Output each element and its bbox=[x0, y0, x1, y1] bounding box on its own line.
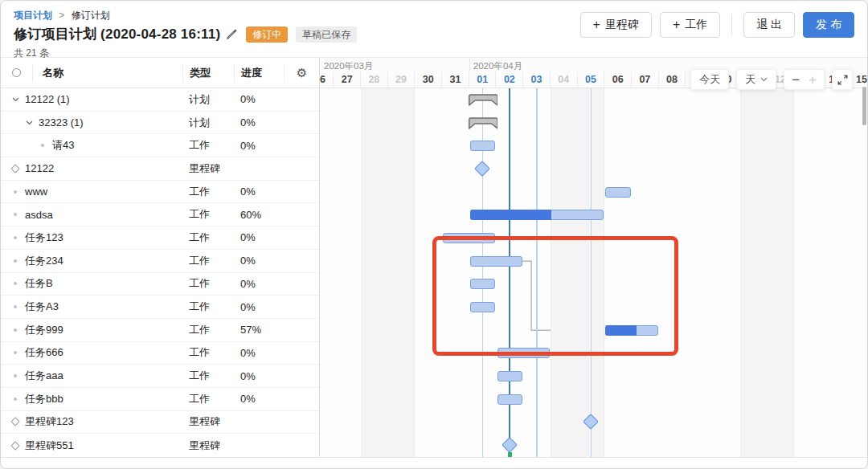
weekend-band bbox=[551, 88, 604, 457]
task-name-cell: 里程碑551 bbox=[1, 438, 182, 453]
dot-icon bbox=[10, 328, 20, 332]
table-row[interactable]: 任务999工作57% bbox=[1, 319, 319, 342]
month-label: 2020年03月 bbox=[324, 60, 373, 72]
gantt-task-bar[interactable] bbox=[470, 256, 522, 267]
day-cell: 07 bbox=[632, 71, 659, 88]
today-button[interactable]: 今天 bbox=[690, 69, 729, 90]
gantt-task-bar[interactable] bbox=[443, 233, 495, 243]
table-row[interactable]: 任务123工作0% bbox=[1, 226, 319, 250]
day-cell: 03 bbox=[523, 71, 551, 88]
task-type-cell: 工作 bbox=[182, 276, 234, 291]
task-progress-cell: 0% bbox=[234, 255, 284, 267]
task-name-label: 任务bbb bbox=[25, 392, 63, 406]
task-name-cell: 任务A3 bbox=[1, 300, 182, 314]
day-cell: 08 bbox=[659, 71, 686, 88]
task-name-label: 任务234 bbox=[25, 254, 63, 268]
table-row[interactable]: 任务B工作0% bbox=[1, 273, 319, 296]
column-header-name: 名称 bbox=[33, 64, 182, 82]
add-milestone-button[interactable]: + 里程碑 bbox=[580, 12, 652, 38]
task-table: 名称 类型 进度 ⚙ 12122 (1)计划0%32323 (1)计划0%请43… bbox=[1, 58, 320, 457]
task-name-cell: 12122 (1) bbox=[1, 93, 182, 105]
task-progress-cell: 0% bbox=[234, 116, 284, 128]
edit-title-pencil-icon[interactable] bbox=[226, 28, 238, 40]
vertical-scrollbar[interactable] bbox=[862, 87, 866, 125]
time-unit-dropdown[interactable]: 天 bbox=[736, 69, 776, 90]
column-header-progress: 进度 bbox=[234, 64, 284, 82]
gantt-milestone-diamond[interactable] bbox=[502, 437, 518, 453]
table-row[interactable]: 任务A3工作0% bbox=[1, 296, 319, 319]
caret-icon[interactable] bbox=[24, 120, 34, 125]
day-cell: 28 bbox=[361, 71, 388, 88]
task-name-label: 任务B bbox=[25, 276, 53, 291]
weekend-band bbox=[361, 88, 415, 457]
task-name-label: 任务aaa bbox=[25, 369, 63, 383]
task-table-body: 12122 (1)计划0%32323 (1)计划0%请43工作0%12122里程… bbox=[1, 88, 319, 457]
gantt-task-progress bbox=[470, 210, 551, 220]
task-name-cell: 请43 bbox=[1, 138, 182, 153]
weekend-band bbox=[740, 88, 794, 457]
gantt-task-bar[interactable] bbox=[470, 210, 604, 220]
task-name-cell: 任务666 bbox=[1, 345, 182, 360]
dot-icon bbox=[10, 282, 20, 285]
gantt-task-bar[interactable] bbox=[470, 302, 496, 312]
day-cell: 29 bbox=[388, 71, 416, 88]
task-type-cell: 里程碑 bbox=[182, 161, 234, 176]
table-row[interactable]: 12122里程碑 bbox=[1, 157, 319, 181]
task-name-cell: 32323 (1) bbox=[1, 116, 182, 128]
dot-icon bbox=[10, 374, 20, 377]
select-column-icon[interactable] bbox=[12, 68, 21, 77]
day-cell: 05 bbox=[578, 71, 605, 88]
plus-icon: + bbox=[673, 18, 680, 31]
exit-button[interactable]: 退 出 bbox=[743, 12, 795, 38]
table-row[interactable]: 任务aaa工作0% bbox=[1, 365, 319, 388]
table-row[interactable]: 里程碑123里程碑 bbox=[1, 411, 319, 434]
gear-icon[interactable]: ⚙ bbox=[297, 67, 307, 79]
gantt-task-progress bbox=[605, 325, 636, 336]
task-name-label: www bbox=[25, 186, 47, 198]
add-task-button[interactable]: + 工作 bbox=[660, 12, 720, 38]
gantt-task-bar[interactable] bbox=[605, 325, 657, 336]
page-header: 项目计划 > 修订计划 修订项目计划 (2020-04-28 16:11) 修订… bbox=[1, 1, 867, 57]
gantt-milestone-diamond[interactable] bbox=[474, 161, 490, 177]
task-name-cell: 任务aaa bbox=[1, 369, 182, 383]
day-cell: 01 bbox=[469, 71, 497, 88]
chevron-down-icon bbox=[760, 77, 768, 82]
day-cell: 27 bbox=[334, 71, 361, 88]
green-tick bbox=[508, 452, 512, 457]
table-row[interactable]: 任务666工作0% bbox=[1, 342, 319, 365]
fullscreen-expand-icon[interactable] bbox=[832, 69, 853, 90]
task-type-cell: 计划 bbox=[182, 92, 234, 107]
task-name-cell: 任务999 bbox=[1, 323, 182, 337]
publish-button[interactable]: 发 布 bbox=[803, 12, 854, 38]
zoom-out-button[interactable]: − bbox=[792, 73, 800, 87]
dot-icon bbox=[10, 190, 20, 194]
gantt-summary-bar[interactable] bbox=[469, 117, 498, 133]
day-cell: 26 bbox=[320, 71, 334, 88]
table-row[interactable]: 任务234工作0% bbox=[1, 250, 319, 273]
task-name-label: 里程碑551 bbox=[25, 438, 74, 453]
table-row[interactable]: 里程碑551里程碑 bbox=[1, 434, 319, 457]
task-name-label: 任务123 bbox=[25, 230, 63, 245]
task-progress-cell: 0% bbox=[234, 278, 284, 290]
zoom-in-button[interactable]: + bbox=[809, 73, 817, 87]
caret-icon[interactable] bbox=[10, 97, 20, 102]
gantt-task-bar[interactable] bbox=[470, 141, 496, 151]
milestone-guide-line bbox=[591, 88, 592, 457]
table-row[interactable]: 任务bbb工作0% bbox=[1, 388, 319, 411]
gantt-task-bar[interactable] bbox=[497, 348, 550, 358]
gantt-task-bar[interactable] bbox=[497, 371, 523, 381]
gantt-task-bar[interactable] bbox=[605, 187, 631, 198]
horizontal-scrollbar-track[interactable] bbox=[1, 457, 867, 469]
task-progress-cell: 0% bbox=[234, 140, 284, 152]
task-name-label: 32323 (1) bbox=[39, 116, 84, 128]
table-row[interactable]: 32323 (1)计划0% bbox=[1, 112, 319, 135]
gantt-task-bar[interactable] bbox=[470, 279, 496, 289]
gantt-task-bar[interactable] bbox=[497, 394, 523, 405]
breadcrumb-parent-link[interactable]: 项目计划 bbox=[14, 10, 52, 21]
table-row[interactable]: asdsa工作60% bbox=[1, 203, 319, 226]
gantt-summary-bar[interactable] bbox=[469, 94, 498, 109]
table-row[interactable]: www工作0% bbox=[1, 181, 319, 204]
task-type-cell: 工作 bbox=[182, 230, 234, 245]
table-row[interactable]: 12122 (1)计划0% bbox=[1, 88, 319, 112]
table-row[interactable]: 请43工作0% bbox=[1, 134, 319, 157]
